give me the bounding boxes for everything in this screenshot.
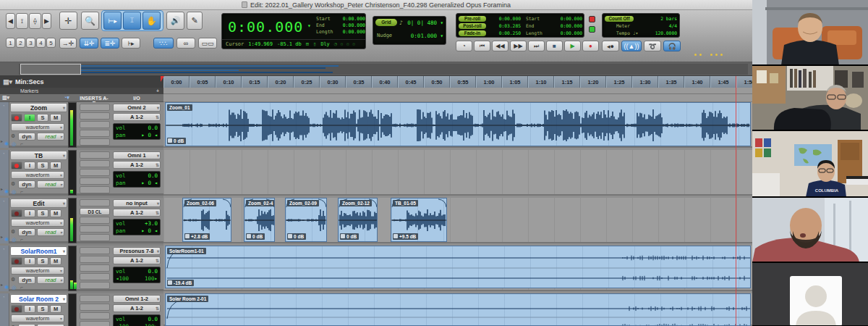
window-titlebar[interactable]: Edit: 2022.01_Gallery Workshop_Peter Chr… xyxy=(0,0,752,10)
mute-button[interactable]: M xyxy=(50,305,61,313)
track-list-menu-icon[interactable]: ▥▾ xyxy=(2,95,9,101)
insert-slot-empty[interactable] xyxy=(80,130,110,137)
timebase-clock-icon[interactable]: ◔▾ xyxy=(64,95,69,101)
elastic-audio-icon[interactable]: ◉ xyxy=(4,284,9,290)
insert-slot-empty[interactable] xyxy=(80,321,110,326)
output-selector[interactable]: Omni 2▾ xyxy=(113,104,161,112)
playhead-cursor[interactable] xyxy=(736,76,736,326)
fast-forward-button[interactable]: ▶▶ xyxy=(510,41,527,51)
ruler-tick-0:00[interactable]: 0:00 xyxy=(163,76,190,88)
track-collapse-icon[interactable]: ◔ xyxy=(2,104,5,108)
track-name[interactable]: TB▾ xyxy=(10,151,67,160)
insert-slot-empty[interactable] xyxy=(80,169,110,176)
clip-gain-badge[interactable]: 0 dB xyxy=(167,138,186,144)
solo-button[interactable]: S xyxy=(37,257,48,265)
solo-button[interactable]: S xyxy=(37,209,48,217)
nudge-value[interactable]: 0:01.000 ▾ xyxy=(411,33,443,39)
audio-clip-zoom-02-09[interactable]: Zoom_02-090 dB xyxy=(285,198,327,242)
universe-view[interactable] xyxy=(0,62,752,76)
layered-editing-button[interactable]: ▭▭ xyxy=(198,38,217,49)
waveform-zoom-vertical-button[interactable]: ⟟ xyxy=(16,13,28,29)
participant-video-2[interactable] xyxy=(752,66,868,130)
edit-lane-tb[interactable] xyxy=(163,150,752,196)
ruler-tick-0:20[interactable]: 0:20 xyxy=(268,76,294,88)
track-name[interactable]: Zoom▾ xyxy=(10,103,67,112)
input-monitor-button[interactable]: I xyxy=(24,209,35,217)
gear-icon[interactable]: ⚙ xyxy=(11,181,15,187)
record-enable-button[interactable] xyxy=(11,257,22,265)
elastic-audio-icon[interactable]: ◉ xyxy=(4,188,9,194)
audio-clip-zoom-02-12[interactable]: Zoom_02-120 dB xyxy=(338,198,378,242)
ruler-mode-selector[interactable]: ▤▾ Min:Secs xyxy=(0,76,163,88)
clip-gain-badge[interactable]: +9.5 dB xyxy=(393,233,418,240)
record-button[interactable]: ● xyxy=(582,41,599,51)
insert-slot-empty[interactable] xyxy=(80,256,110,263)
audio-clip-tb-01-05[interactable]: TB_01-05+9.5 dB xyxy=(391,198,447,242)
tempo-lcd[interactable]: Count Off2 bars Meter4/4 Tempo ♩▾120.000… xyxy=(602,13,680,38)
insert-slot-empty[interactable] xyxy=(80,186,110,193)
timeline-start-marker[interactable] xyxy=(161,76,164,82)
track-view-selector[interactable]: waveform▾ xyxy=(11,123,64,131)
audio-clip-zoom-02-06[interactable]: Zoom_02-06+2.8 dB xyxy=(182,198,231,242)
clip-gain-badge[interactable]: +2.8 dB xyxy=(184,233,210,240)
pencil-tool[interactable]: ✎ xyxy=(187,12,203,30)
fade-in-button[interactable]: Fade-in xyxy=(459,30,486,36)
clip-gain-badge[interactable]: 0 dB xyxy=(340,233,359,240)
zoom-out-horizontal-button[interactable]: ◀ xyxy=(6,13,15,29)
insert-slot-empty[interactable] xyxy=(80,112,110,120)
ruler-tick-1:20[interactable]: 1:20 xyxy=(580,76,606,88)
input-monitor-button[interactable]: I xyxy=(24,114,35,122)
ruler-tick-1:50[interactable]: 1:50 xyxy=(736,76,752,88)
audio-clip-solarroom1-01[interactable]: SolarRoom1-01-19.4 dB xyxy=(165,246,751,288)
automation-lane-icon[interactable]: ⌐ xyxy=(20,285,23,290)
ruler-tick-0:15[interactable]: 0:15 xyxy=(242,76,268,88)
keyboard-focus-button[interactable]: ∵∴ xyxy=(153,38,174,49)
solo-button[interactable]: S xyxy=(37,162,48,170)
elastic-audio-icon[interactable]: ◉ xyxy=(4,141,9,146)
timeline-ruler[interactable]: 0:000:050:100:150:200:250:300:350:400:45… xyxy=(163,76,752,88)
track-collapse-icon[interactable]: ◔ xyxy=(2,295,5,299)
track-collapse-icon[interactable]: ◔ xyxy=(2,247,5,251)
elastic-audio-icon[interactable]: ◉ xyxy=(4,236,9,242)
track-header-solarroom1[interactable]: ◔ ▸ ◉ SolarRoom1▾ I S M waveform▾ ⚙ dyn … xyxy=(0,246,163,291)
track-view-selector[interactable]: waveform▾ xyxy=(11,267,64,275)
grid-value[interactable]: 0| 0| 480 ▾ xyxy=(407,20,443,26)
play-button[interactable]: ▶ xyxy=(564,41,581,51)
track-expand-arrow-icon[interactable]: ▸ xyxy=(1,138,3,143)
bus-selector[interactable]: A 1-2⇅ xyxy=(113,161,161,169)
zoom-preset-4[interactable]: 4 xyxy=(36,38,46,48)
ruler-tick-0:10[interactable]: 0:10 xyxy=(216,76,242,88)
zoom-preset-2[interactable]: 2 xyxy=(16,38,25,48)
gear-icon[interactable]: ⚙ xyxy=(11,229,15,235)
volume-pan-display[interactable]: vol0.0 ◂100100▸ xyxy=(113,267,161,283)
solo-button[interactable]: S xyxy=(37,114,48,122)
insert-slot-empty[interactable] xyxy=(80,160,110,167)
bus-selector[interactable]: A 1-2⇅ xyxy=(113,209,161,217)
track-name[interactable]: SolarRoom1▾ xyxy=(10,246,67,256)
audio-clip-zoom-02-4[interactable]: Zoom_02-40 dB xyxy=(244,198,275,242)
midi-merge-button[interactable]: ◂● xyxy=(602,41,619,51)
record-enable-button[interactable] xyxy=(11,209,22,217)
participant-video-5[interactable] xyxy=(752,263,868,326)
insert-slot-empty[interactable] xyxy=(80,304,110,311)
ruler-tick-1:15[interactable]: 1:15 xyxy=(554,76,580,88)
solo-button[interactable]: S xyxy=(37,305,48,313)
automation-target-icon[interactable]: ◎ xyxy=(12,189,16,195)
markers-ruler[interactable]: Markers + xyxy=(0,88,163,94)
stop-button[interactable]: ■ xyxy=(546,41,563,51)
track-name[interactable]: Edit▾ xyxy=(10,198,67,208)
zoomer-tool[interactable]: 🔍 xyxy=(81,12,99,30)
record-enable-button[interactable] xyxy=(11,114,22,122)
track-expand-arrow-icon[interactable]: ▸ xyxy=(1,282,3,287)
clip-gain-badge[interactable]: 0 dB xyxy=(246,233,265,240)
automation-mode-button[interactable]: read▾ xyxy=(37,228,64,236)
metronome-button[interactable]: ((▲)) xyxy=(621,41,642,51)
track-collapse-icon[interactable]: ◔ xyxy=(2,151,5,156)
track-collapse-icon[interactable]: ◔ xyxy=(2,199,5,204)
ruler-tick-1:30[interactable]: 1:30 xyxy=(632,76,658,88)
zoom-in-horizontal-button[interactable]: ▶ xyxy=(42,13,51,29)
track-expand-arrow-icon[interactable]: ▸ xyxy=(1,234,3,239)
main-counter-dropdown-icon[interactable]: ▾ xyxy=(307,22,311,29)
mute-button[interactable]: M xyxy=(50,257,61,265)
track-header-tb[interactable]: ◔ ▸ ◉ TB▾ I S M waveform▾ ⚙ dyn read▾ ◎ … xyxy=(0,150,163,196)
